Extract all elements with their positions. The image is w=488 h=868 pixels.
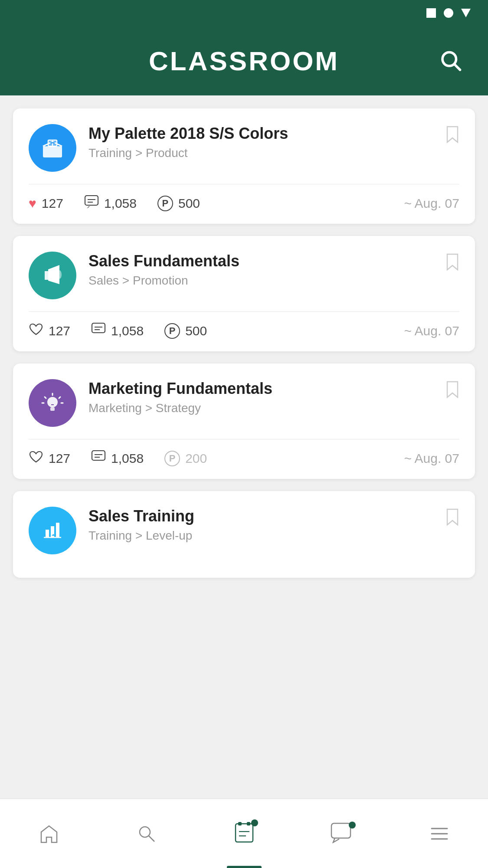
svg-rect-2 — [43, 146, 62, 157]
date-1: ~ Aug. 07 — [404, 196, 459, 211]
course-card-1[interactable]: My Palette 2018 S/S Colors Training > Pr… — [13, 108, 475, 224]
points-value-3: 200 — [185, 451, 207, 466]
svg-line-27 — [149, 836, 154, 842]
svg-rect-8 — [92, 323, 105, 333]
course-subtitle-2: Sales > Promotion — [88, 274, 433, 288]
svg-line-1 — [455, 65, 460, 70]
points-value-1: 500 — [178, 196, 200, 211]
date-2: ~ Aug. 07 — [404, 324, 459, 338]
svg-rect-24 — [56, 523, 59, 537]
likes-count-3: 127 — [49, 451, 70, 466]
svg-rect-33 — [331, 823, 350, 838]
likes-count-1: 127 — [42, 196, 63, 211]
points-stat-3: P 200 — [164, 451, 207, 466]
svg-rect-29 — [238, 822, 242, 825]
svg-line-15 — [59, 397, 60, 398]
comment-icon-2 — [91, 322, 106, 339]
course-title-3: Marketing Fundamentals — [88, 379, 433, 398]
comments-stat-2: 1,058 — [91, 322, 144, 339]
menu-icon — [429, 823, 450, 844]
points-stat-1: P 500 — [157, 196, 200, 211]
svg-rect-12 — [50, 407, 55, 411]
course-title-1: My Palette 2018 S/S Colors — [88, 124, 433, 143]
comments-count-1: 1,058 — [104, 196, 137, 211]
svg-rect-4 — [85, 196, 98, 205]
heart-icon-2 — [29, 323, 43, 338]
status-icon-triangle — [461, 9, 471, 17]
course-icon-4 — [29, 507, 76, 554]
bookmark-icon-2[interactable] — [445, 253, 459, 275]
course-card-3[interactable]: Marketing Fundamentals Marketing > Strat… — [13, 364, 475, 479]
search-nav-icon — [136, 823, 157, 844]
search-button[interactable] — [439, 49, 462, 73]
status-icon-square — [426, 8, 436, 18]
course-subtitle-1: Training > Product — [88, 146, 433, 160]
nav-classroom[interactable] — [195, 799, 293, 868]
nav-chat[interactable] — [293, 799, 390, 868]
comments-stat-3: 1,058 — [91, 450, 144, 467]
comments-count-2: 1,058 — [111, 324, 144, 338]
nav-home[interactable] — [0, 799, 98, 868]
course-title-4: Sales Training — [88, 507, 433, 525]
course-icon-1 — [29, 124, 76, 172]
comment-icon-3 — [91, 450, 106, 467]
nav-menu[interactable] — [390, 799, 488, 868]
likes-count-2: 127 — [49, 324, 70, 338]
bookmark-icon-4[interactable] — [445, 508, 459, 530]
date-3: ~ Aug. 07 — [404, 451, 459, 466]
bottom-nav — [0, 799, 488, 868]
points-value-2: 500 — [185, 324, 207, 338]
svg-rect-23 — [51, 526, 54, 537]
course-list: My Palette 2018 S/S Colors Training > Pr… — [0, 95, 488, 799]
comments-stat-1: 1,058 — [84, 195, 137, 212]
points-badge-1: P — [157, 196, 173, 211]
comments-count-3: 1,058 — [111, 451, 144, 466]
header: CLASSROOM — [0, 26, 488, 95]
svg-rect-18 — [92, 451, 105, 460]
likes-stat-3: 127 — [29, 451, 70, 466]
bookmark-icon-1[interactable] — [445, 126, 459, 147]
bookmark-icon-3[interactable] — [445, 381, 459, 402]
points-badge-3: P — [164, 451, 180, 466]
course-card-2[interactable]: Sales Fundamentals Sales > Promotion 127 — [13, 236, 475, 351]
course-subtitle-3: Marketing > Strategy — [88, 401, 433, 415]
course-subtitle-4: Training > Level-up — [88, 529, 433, 543]
svg-line-14 — [45, 397, 46, 398]
search-icon — [439, 49, 462, 72]
course-icon-2 — [29, 252, 76, 299]
svg-rect-30 — [247, 822, 250, 825]
status-bar — [0, 0, 488, 26]
svg-rect-28 — [236, 824, 253, 842]
comment-icon-1 — [84, 195, 99, 212]
nav-search[interactable] — [98, 799, 195, 868]
course-icon-3 — [29, 379, 76, 427]
points-stat-2: P 500 — [164, 323, 207, 339]
heart-icon-3 — [29, 451, 43, 466]
likes-stat-2: 127 — [29, 323, 70, 338]
points-badge-2: P — [164, 323, 180, 339]
course-title-2: Sales Fundamentals — [88, 252, 433, 270]
svg-rect-22 — [46, 530, 49, 537]
svg-point-7 — [57, 270, 62, 279]
svg-point-26 — [140, 827, 150, 837]
home-icon — [39, 823, 59, 844]
svg-point-11 — [47, 397, 58, 407]
likes-stat-1: ♥ 127 — [29, 196, 63, 211]
status-icon-circle — [444, 8, 453, 18]
course-card-4[interactable]: Sales Training Training > Level-up — [13, 491, 475, 578]
heart-icon-1: ♥ — [29, 197, 36, 210]
page-title: CLASSROOM — [149, 46, 339, 76]
